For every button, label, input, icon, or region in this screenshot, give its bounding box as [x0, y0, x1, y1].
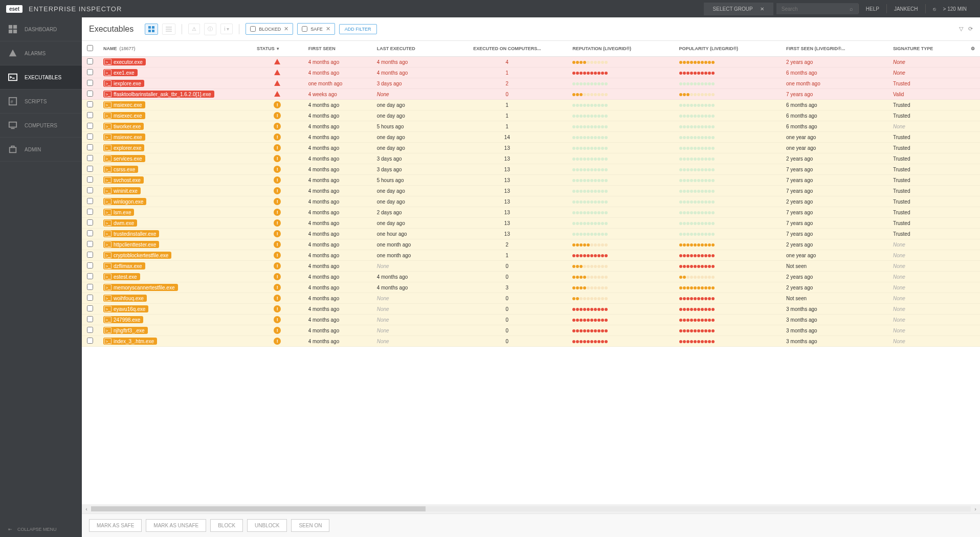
logout-icon[interactable]: ⎋	[926, 6, 943, 12]
logo: eset	[6, 5, 23, 13]
help-link[interactable]: HELP	[859, 6, 886, 12]
search-icon: ⌕	[850, 6, 853, 12]
topbar: eset ENTERPRISE INSPECTOR SELECT GROUP ✕…	[0, 0, 980, 17]
select-group-button[interactable]: SELECT GROUP ✕	[704, 3, 773, 15]
session-timeout: > 120 MIN	[943, 6, 974, 12]
close-icon[interactable]: ✕	[760, 6, 764, 12]
select-group-label: SELECT GROUP	[713, 6, 753, 12]
app-title: ENTERPRISE INSPECTOR	[29, 5, 122, 13]
search-input[interactable]	[782, 6, 850, 12]
search-input-wrap[interactable]: ⌕	[776, 3, 858, 14]
user-name[interactable]: JANKECH	[887, 6, 925, 12]
